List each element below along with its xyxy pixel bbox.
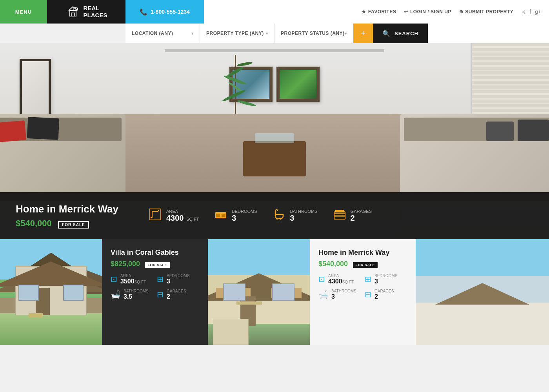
- login-link[interactable]: ↩ LOGIN / SIGN UP: [404, 9, 451, 15]
- bathroom-icon: 🛁: [111, 290, 120, 299]
- googleplus-icon[interactable]: g+: [535, 9, 541, 15]
- card1-area-stat: ⊡ Area 3500SQ FT: [111, 274, 153, 285]
- hero-info-bar: Home in Merrick Way $540,000 FOR SALE: [0, 192, 549, 239]
- svg-rect-5: [222, 214, 225, 217]
- search-bar: LOCATION (ANY) ▾ PROPERTY TYPE (ANY) ▾ P…: [125, 24, 549, 43]
- chevron-down-icon: ▾: [191, 31, 194, 36]
- card2-badge: FOR SALE: [353, 262, 378, 268]
- bedroom-icon: ⊞: [365, 274, 371, 284]
- add-filter-button[interactable]: +: [353, 24, 373, 43]
- card2-info: Home in Merrick Way $540,000 FOR SALE ⊡ …: [310, 239, 416, 345]
- card2-area-stat: ⊡ Area 4300SQ FT: [318, 274, 361, 285]
- phone-number: 1-800-555-1234: [151, 9, 190, 15]
- garages-label: Garages: [351, 209, 372, 214]
- property-status-dropdown[interactable]: PROPERTY STATUS (ANY) ▾: [274, 24, 353, 43]
- card1-info: Villa in Coral Gables $825,000 FOR SALE …: [102, 239, 208, 345]
- hero-title-block: Home in Merrick Way $540,000 FOR SALE: [16, 203, 133, 229]
- property-cards: Villa in Coral Gables $825,000 FOR SALE …: [0, 239, 549, 345]
- garages-value: 2: [351, 214, 372, 223]
- search-button[interactable]: 🔍 SEARCH: [373, 24, 428, 43]
- submit-property-link[interactable]: ⊕ SUBMIT PROPERTY: [459, 9, 513, 15]
- area-icon: ⊡: [318, 274, 325, 284]
- bathrooms-label: Bathrooms: [290, 209, 318, 214]
- hero-for-sale-badge: FOR SALE: [58, 221, 89, 229]
- card2-garages-stat: ⊟ Garages 2: [365, 289, 407, 300]
- card1-image[interactable]: [0, 239, 102, 345]
- card2-price: $540,000: [318, 260, 348, 268]
- couch-left: [0, 114, 125, 192]
- garage-icon: ⊟: [365, 290, 371, 299]
- hero-property-price: $540,000: [16, 218, 52, 229]
- hero-stat-area: Area 4300 SQ FT: [149, 208, 199, 223]
- chevron-down-icon: ▾: [345, 31, 347, 36]
- bedrooms-label: Bedrooms: [232, 209, 257, 214]
- star-icon: ★: [362, 9, 366, 15]
- area-icon: [149, 208, 162, 223]
- area-unit: SQ FT: [186, 217, 199, 221]
- logo-icon: [65, 4, 80, 20]
- hero-stat-bathrooms: Bathrooms 3: [273, 208, 318, 223]
- area-value: 4300: [166, 214, 184, 222]
- logo-text: REALPLACES: [84, 5, 107, 19]
- card1-badge: FOR SALE: [145, 262, 170, 268]
- bathrooms-value: 3: [290, 214, 318, 223]
- card1-title: Villa in Coral Gables: [111, 249, 199, 257]
- card1-bathrooms-stat: 🛁 Bathrooms 3.5: [111, 289, 153, 300]
- garage-icon: ⊟: [157, 290, 164, 299]
- logo-area: REALPLACES: [47, 0, 125, 24]
- garage-icon: [333, 208, 346, 223]
- card3-partial: [416, 239, 549, 345]
- login-icon: ↩: [404, 9, 408, 15]
- art-frame-2: [276, 67, 320, 102]
- favorites-link[interactable]: ★ FAVORITES: [362, 9, 396, 15]
- search-icon: 🔍: [382, 30, 391, 37]
- phone-icon: 📞: [140, 8, 147, 16]
- phone-area: 📞 1-800-555-1234: [125, 0, 204, 24]
- property-type-dropdown[interactable]: PROPERTY TYPE (ANY) ▾: [200, 24, 274, 43]
- bedrooms-value: 3: [232, 214, 257, 223]
- bedroom-icon: ⊞: [157, 274, 164, 284]
- menu-button[interactable]: MENU: [0, 0, 47, 24]
- top-right-nav: ★ FAVORITES ↩ LOGIN / SIGN UP ⊕ SUBMIT P…: [204, 0, 549, 24]
- hero-stat-bedrooms: Bedrooms 3: [215, 208, 257, 223]
- bathroom-icon: [273, 208, 285, 223]
- bathroom-icon: 🛁: [318, 290, 328, 299]
- couch-right: [400, 114, 549, 192]
- card2-stats: ⊡ Area 4300SQ FT ⊞ Bedrooms 3 🛁 Bathroom…: [318, 274, 407, 300]
- twitter-icon[interactable]: 𝕏: [521, 9, 525, 15]
- card1-bedrooms-stat: ⊞ Bedrooms 3: [157, 274, 199, 285]
- card2-image[interactable]: [208, 239, 310, 345]
- svg-rect-0: [70, 11, 76, 16]
- location-dropdown[interactable]: LOCATION (ANY) ▾: [125, 24, 200, 43]
- card1-price: $825,000: [111, 260, 140, 268]
- hero-property-title: Home in Merrick Way: [16, 203, 133, 215]
- svg-rect-6: [334, 212, 345, 219]
- social-icons: 𝕏 f g+: [521, 9, 541, 15]
- card2-bedrooms-stat: ⊞ Bedrooms 3: [365, 274, 407, 285]
- bedroom-icon: [215, 208, 227, 223]
- hero-section: Home in Merrick Way $540,000 FOR SALE: [0, 43, 549, 239]
- card2-title: Home in Merrick Way: [318, 249, 407, 257]
- chevron-down-icon: ▾: [266, 31, 268, 36]
- facebook-icon[interactable]: f: [529, 9, 531, 15]
- card2-bathrooms-stat: 🛁 Bathrooms 3: [318, 289, 361, 300]
- svg-rect-4: [216, 214, 220, 217]
- area-icon: ⊡: [111, 274, 117, 284]
- coffee-table: [243, 141, 306, 176]
- ceiling-track: [165, 49, 384, 52]
- hero-stats: Area 4300 SQ FT Bedrooms: [149, 208, 533, 223]
- hero-stat-garages: Garages 2: [333, 208, 372, 223]
- top-bar: MENU REALPLACES 📞 1-800-555-1234 ★ FA: [0, 0, 549, 24]
- plus-circle-icon: ⊕: [459, 9, 464, 15]
- card1-stats: ⊡ Area 3500SQ FT ⊞ Bedrooms 3 🛁 Bathroom…: [111, 274, 199, 300]
- svg-rect-2: [150, 209, 161, 220]
- card1-garages-stat: ⊟ Garages 2: [157, 289, 199, 300]
- area-label: Area: [166, 209, 199, 214]
